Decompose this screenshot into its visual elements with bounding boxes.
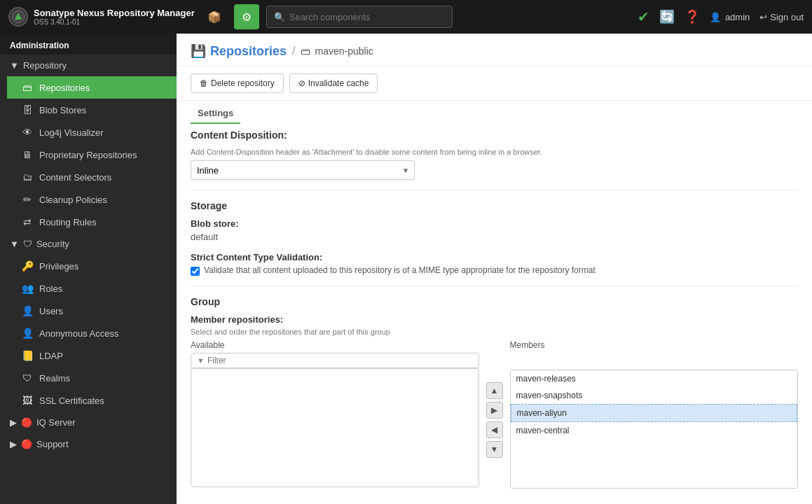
routing-icon: ⇄ bbox=[21, 216, 34, 227]
maven-public-icon: 🗃 bbox=[301, 46, 310, 57]
member-repos-group: Member repositories: Select and order th… bbox=[191, 314, 798, 489]
user-icon: 👤 bbox=[710, 12, 721, 22]
content-disposition-select[interactable]: Inline Attachment bbox=[191, 160, 415, 180]
support-group-label: Support bbox=[36, 439, 69, 449]
sidebar-section-administration: Administration bbox=[0, 34, 177, 55]
content-disposition-group: Content Disposition: Add Content-Disposi… bbox=[191, 130, 798, 180]
packages-icon-btn[interactable]: 📦 bbox=[202, 4, 227, 29]
iq-group-arrow: ▶ bbox=[10, 417, 17, 428]
trash-icon: 🗑 bbox=[200, 78, 208, 88]
system-status-icon: ✔ bbox=[638, 8, 649, 25]
member-desc: Select and order the repositories that a… bbox=[191, 328, 798, 336]
member-repos-row: Available ▼ ▲ bbox=[191, 340, 798, 489]
invalidate-icon: ⊘ bbox=[298, 78, 305, 88]
sidebar-item-log4j[interactable]: 👁 Log4j Visualizer bbox=[7, 121, 177, 144]
group-section-label: Group bbox=[191, 296, 798, 307]
move-to-members-button[interactable]: ▶ bbox=[486, 402, 503, 419]
brand-name: Sonatype Nexus Repository Manager bbox=[34, 8, 195, 18]
sidebar-item-routing-label: Routing Rules bbox=[39, 217, 97, 227]
help-btn[interactable]: ❓ bbox=[684, 9, 700, 24]
iq-group-label: IQ Server bbox=[36, 417, 76, 428]
sidebar-item-proprietary[interactable]: 🖥 Proprietary Repositories bbox=[7, 144, 177, 166]
sidebar-item-ldap[interactable]: 📒 LDAP bbox=[7, 344, 177, 367]
blob-store-value: default bbox=[191, 232, 798, 242]
sidebar-group-iq[interactable]: ▶ 🔴 IQ Server bbox=[0, 412, 177, 433]
storage-section: Storage Blob store: default Strict Conte… bbox=[191, 190, 798, 276]
sidebar-item-ldap-label: LDAP bbox=[39, 351, 63, 361]
brand: Sonatype Nexus Repository Manager OSS 3.… bbox=[8, 7, 195, 27]
sidebar-item-blob-stores[interactable]: 🗄 Blob Stores bbox=[7, 99, 177, 121]
delete-label: Delete repository bbox=[211, 78, 275, 88]
settings-icon-btn[interactable]: ⚙ bbox=[234, 4, 259, 29]
refresh-btn[interactable]: 🔄 bbox=[659, 9, 675, 24]
strict-checkbox[interactable] bbox=[191, 267, 200, 276]
member-item-maven-releases[interactable]: maven-releases bbox=[511, 370, 798, 387]
sidebar-item-ssl-label: SSL Certificates bbox=[39, 396, 104, 406]
sidebar-item-repositories[interactable]: 🗃 Repositories bbox=[7, 76, 177, 99]
repository-group-label: Repository bbox=[23, 60, 67, 71]
sidebar-item-roles-label: Roles bbox=[39, 284, 62, 294]
storage-section-label: Storage bbox=[191, 200, 798, 211]
sidebar-item-privileges[interactable]: 🔑 Privileges bbox=[7, 255, 177, 277]
group-section: Group Member repositories: Select and or… bbox=[191, 286, 798, 489]
sidebar-item-realms[interactable]: 🛡 Realms bbox=[7, 367, 177, 389]
sign-out-label: Sign out bbox=[770, 12, 804, 22]
sidebar-item-cleanup-policies[interactable]: ✏ Cleanup Policies bbox=[7, 188, 177, 211]
sidebar-item-content-selectors[interactable]: 🗂 Content Selectors bbox=[7, 166, 177, 188]
toolbar: 🗑 Delete repository ⊘ Invalidate cache bbox=[177, 66, 812, 101]
members-list-container: Members maven-releases maven-snapshots m… bbox=[510, 340, 799, 489]
breadcrumb-parent[interactable]: 💾 Repositories bbox=[191, 43, 287, 59]
member-item-maven-central[interactable]: maven-central bbox=[511, 422, 798, 439]
blob-store-label: Blob store: bbox=[191, 218, 798, 229]
proprietary-icon: 🖥 bbox=[21, 149, 34, 160]
sign-out-icon: ↩ bbox=[759, 12, 767, 22]
sidebar-item-realms-label: Realms bbox=[39, 373, 70, 384]
brand-version: OSS 3.40.1-01 bbox=[34, 18, 195, 26]
sign-out-btn[interactable]: ↩ Sign out bbox=[759, 12, 804, 22]
users-icon: 👤 bbox=[21, 305, 34, 316]
sidebar-item-users[interactable]: 👤 Users bbox=[7, 300, 177, 322]
content-disposition-desc: Add Content-Disposition header as 'Attac… bbox=[191, 148, 798, 156]
sidebar-group-repository[interactable]: ▼ Repository bbox=[0, 55, 177, 76]
available-list[interactable] bbox=[191, 368, 479, 487]
search-input[interactable] bbox=[289, 12, 445, 22]
sidebar-item-blob-stores-label: Blob Stores bbox=[39, 105, 86, 115]
user-menu[interactable]: 👤 admin bbox=[710, 12, 750, 22]
sidebar-item-routing-rules[interactable]: ⇄ Routing Rules bbox=[7, 211, 177, 233]
member-item-maven-snapshots[interactable]: maven-snapshots bbox=[511, 387, 798, 404]
privileges-icon: 🔑 bbox=[21, 260, 34, 272]
log4j-icon: 👁 bbox=[21, 127, 34, 138]
sidebar-item-roles[interactable]: 👥 Roles bbox=[7, 277, 177, 300]
filter-input[interactable] bbox=[207, 356, 473, 365]
sidebar-group-support[interactable]: ▶ 🔴 Support bbox=[0, 433, 177, 455]
form-body: Content Disposition: Add Content-Disposi… bbox=[177, 118, 812, 504]
main: 💾 Repositories / 🗃 maven-public 🗑 Delete… bbox=[177, 34, 812, 504]
move-to-available-button[interactable]: ◀ bbox=[486, 421, 503, 438]
strict-validation-group: Strict Content Type Validation: Validate… bbox=[191, 252, 798, 276]
ldap-icon: 📒 bbox=[21, 350, 34, 361]
strict-desc: Validate that all content uploaded to th… bbox=[204, 265, 596, 275]
sidebar-item-anonymous-access[interactable]: 👤 Anonymous Access bbox=[7, 322, 177, 344]
move-to-members-top-button[interactable]: ▲ bbox=[486, 382, 503, 399]
navbar: Sonatype Nexus Repository Manager OSS 3.… bbox=[0, 0, 812, 34]
blob-stores-icon: 🗄 bbox=[21, 104, 34, 115]
breadcrumb-current-label: maven-public bbox=[315, 46, 373, 57]
sidebar-item-ssl[interactable]: 🖼 SSL Certificates bbox=[7, 389, 177, 412]
invalidate-cache-button[interactable]: ⊘ Invalidate cache bbox=[289, 74, 378, 93]
delete-repository-button[interactable]: 🗑 Delete repository bbox=[191, 74, 284, 93]
sidebar-item-log4j-label: Log4j Visualizer bbox=[39, 127, 104, 138]
move-to-members-bottom-button[interactable]: ▼ bbox=[486, 441, 503, 458]
members-list: maven-releases maven-snapshots maven-ali… bbox=[510, 370, 799, 489]
repository-sub-items: 🗃 Repositories 🗄 Blob Stores 👁 Log4j Vis… bbox=[0, 76, 177, 233]
support-group-icon: 🔴 bbox=[21, 439, 32, 449]
available-label: Available bbox=[191, 340, 479, 350]
filter-icon: ▼ bbox=[197, 356, 205, 365]
sidebar-group-security[interactable]: ▼ 🛡 Security bbox=[0, 233, 177, 255]
ssl-icon: 🖼 bbox=[21, 395, 34, 406]
member-item-maven-aliyun[interactable]: maven-aliyun bbox=[511, 404, 798, 422]
sidebar-item-anonymous-label: Anonymous Access bbox=[39, 328, 118, 339]
roles-icon: 👥 bbox=[21, 283, 34, 294]
layout: Administration ▼ Repository 🗃 Repositori… bbox=[0, 34, 812, 504]
anonymous-icon: 👤 bbox=[21, 328, 34, 339]
tab-settings[interactable]: Settings bbox=[191, 104, 240, 124]
